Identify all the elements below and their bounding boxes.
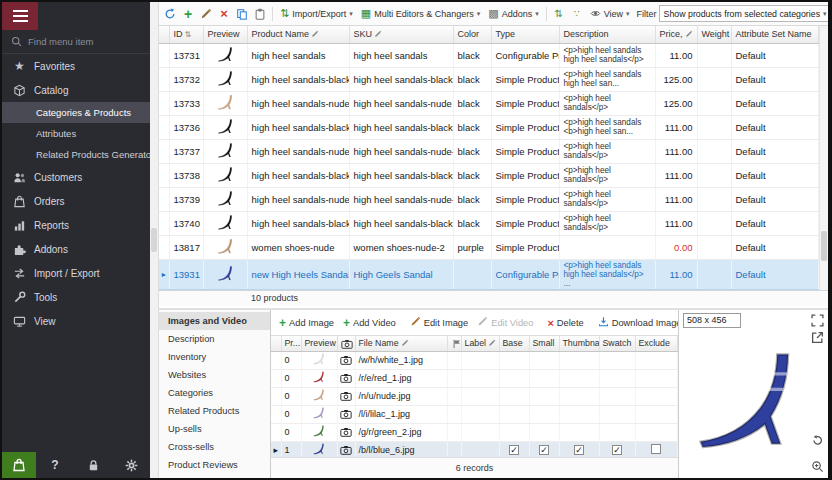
view-menu[interactable]: View▾ (587, 6, 633, 21)
image-row-green_2.jpg[interactable]: 0/g/r/green_2.jpg (271, 423, 677, 441)
products-scrollbar[interactable] (819, 26, 828, 290)
swatch-checkbox[interactable]: ✓ (612, 445, 622, 455)
image-row-white_1.jpg[interactable]: 0/w/h/white_1.jpg (271, 351, 677, 369)
product-row-13738[interactable]: 13738high heel sandals-black-37high heel… (159, 163, 818, 187)
category-filter-select[interactable]: Show products from selected categories▾ (659, 5, 828, 22)
open-external-icon[interactable] (811, 330, 824, 343)
image-row-lilac_1.jpg[interactable]: 0/l/i/lilac_1.jpg (271, 405, 677, 423)
sort-ascending-icon[interactable]: ⇅ (551, 6, 567, 22)
column-header-preview[interactable]: Preview (203, 26, 247, 43)
column-header-swatch[interactable]: Swatch (599, 336, 635, 351)
import-export-menu[interactable]: ⇅Import/Export▾ (277, 6, 356, 21)
image-flag-cell (447, 405, 461, 423)
sidebar-item-attributes[interactable]: Attributes (2, 123, 150, 144)
column-header-preview[interactable]: Preview (301, 336, 337, 351)
image-size-field[interactable]: 508 x 456 (683, 313, 741, 328)
product-row-13731[interactable]: 13731high heel sandalshigh heel sandalsb… (159, 43, 818, 67)
tab-up-sells[interactable]: Up-sells (159, 420, 270, 438)
image-row-nude.jpg[interactable]: 0/n/u/nude.jpg (271, 387, 677, 405)
column-header-thumbna[interactable]: Thumbna (559, 336, 599, 351)
settings-gear-icon[interactable] (112, 452, 150, 478)
edit-video-button[interactable]: Edit Video (473, 314, 537, 331)
tab-description[interactable]: Description (159, 330, 270, 348)
paste-button[interactable] (252, 6, 268, 22)
flag-column-header[interactable] (447, 336, 461, 351)
download-image-button[interactable]: Download Image (594, 314, 678, 331)
column-header-attribute-set-name[interactable]: Attribute Set Name (731, 26, 818, 43)
column-header-id[interactable]: ID⇅ (169, 26, 203, 43)
edit-image-button[interactable]: Edit Image (406, 314, 472, 331)
tab-product-reviews[interactable]: Product Reviews (159, 456, 270, 474)
add-product-button[interactable]: + (180, 6, 196, 22)
add-video-button[interactable]: +Add Video (339, 314, 400, 332)
delete-button[interactable]: ×Delete (543, 315, 587, 331)
small-checkbox[interactable]: ✓ (539, 445, 549, 455)
sidebar-item-orders[interactable]: Orders (2, 189, 150, 213)
fullscreen-icon[interactable] (811, 313, 824, 326)
addons-menu[interactable]: ▩Addons▾ (485, 6, 541, 21)
image-row-red_1.jpg[interactable]: 0/r/e/red_1.jpg (271, 369, 677, 387)
sidebar-item-reports[interactable]: Reports (2, 213, 150, 237)
tab-websites[interactable]: Websites (159, 366, 270, 384)
sidebar-item-related-products-generator[interactable]: Related Products Generator (2, 144, 150, 165)
tab-inventory[interactable]: Inventory (159, 348, 270, 366)
product-row-13817[interactable]: 13817women shoes-nudewomen shoes-nude-2p… (159, 235, 818, 259)
help-icon[interactable]: ? (36, 452, 74, 478)
edit-product-button[interactable] (198, 6, 214, 22)
base-checkbox[interactable]: ✓ (509, 445, 519, 455)
column-header-price-[interactable]: Price, (655, 26, 697, 43)
splitter-handle[interactable] (151, 228, 157, 252)
column-header-description[interactable]: Description (559, 26, 655, 43)
add-image-button[interactable]: +Add Image (275, 314, 338, 332)
sidebar-search-input[interactable]: Find menu item (2, 30, 150, 54)
hamburger-menu-icon[interactable] (2, 2, 38, 30)
tab-related-products[interactable]: Related Products (159, 402, 270, 420)
column-header-file-name[interactable]: File Name (355, 336, 447, 351)
column-header-color[interactable]: Color (453, 26, 491, 43)
store-icon[interactable] (2, 452, 36, 478)
sort-descending-icon[interactable]: ∵︎ (569, 6, 585, 22)
column-header-small[interactable]: Small (529, 336, 559, 351)
sidebar-item-categories-products[interactable]: Categories & Products (2, 102, 150, 123)
product-weight (697, 115, 731, 139)
product-row-13739[interactable]: 13739high heel sandals-nude-37high heel … (159, 187, 818, 211)
product-row-13737[interactable]: 13737high heel sandals-nude-36high heel … (159, 139, 818, 163)
column-header-base[interactable]: Base (499, 336, 529, 351)
panel-splitter[interactable] (150, 2, 159, 478)
column-label: File Name (359, 338, 399, 348)
column-header-pr-[interactable]: Pr... (281, 336, 301, 351)
thumbnail-checkbox[interactable]: ✓ (574, 445, 584, 455)
zoom-icon[interactable] (811, 459, 824, 472)
sidebar-item-favorites[interactable]: ★Favorites (2, 54, 150, 78)
small-cell (529, 423, 559, 441)
tab-categories[interactable]: Categories (159, 384, 270, 402)
scrollbar-thumb[interactable] (821, 231, 827, 261)
product-row-13733[interactable]: 13733high heel sandals-nudehigh heel san… (159, 91, 818, 115)
product-row-13736[interactable]: 13736high heel sandals-black-36high heel… (159, 115, 818, 139)
product-row-13732[interactable]: 13732high heel sandals-blackhigh heel sa… (159, 67, 818, 91)
camera-column-header[interactable] (337, 336, 355, 351)
column-header-weight[interactable]: Weight (697, 26, 731, 43)
sidebar-item-import-export[interactable]: Import / Export (2, 261, 150, 285)
refresh-button[interactable] (162, 6, 178, 22)
column-header-sku[interactable]: SKU (349, 26, 453, 43)
sidebar-item-catalog[interactable]: Catalog (2, 78, 150, 102)
column-header-product-name[interactable]: Product Name (247, 26, 349, 43)
multi-editors-menu[interactable]: ▦Multi Editors & Changers▾ (358, 6, 483, 21)
copy-button[interactable] (234, 6, 250, 22)
sidebar-item-tools[interactable]: Tools (2, 285, 150, 309)
exclude-checkbox[interactable] (651, 444, 661, 454)
delete-product-button[interactable]: × (216, 6, 232, 22)
sidebar-item-view[interactable]: View (2, 309, 150, 333)
tab-images-and-video[interactable]: Images and Video (159, 312, 270, 330)
product-row-13931[interactable]: ▸13931new High Heels SandalsHigh Geels S… (159, 259, 818, 290)
lock-icon[interactable] (74, 452, 112, 478)
tab-cross-sells[interactable]: Cross-sells (159, 438, 270, 456)
product-row-13740[interactable]: 13740high heel sandals-black-38high heel… (159, 211, 818, 235)
column-header-label[interactable]: Label (461, 336, 499, 351)
column-header-type[interactable]: Type (491, 26, 559, 43)
sidebar-item-customers[interactable]: Customers (2, 165, 150, 189)
column-header-exclude[interactable]: Exclude (635, 336, 677, 351)
sidebar-item-addons[interactable]: Addons (2, 237, 150, 261)
rotate-icon[interactable] (811, 433, 824, 446)
